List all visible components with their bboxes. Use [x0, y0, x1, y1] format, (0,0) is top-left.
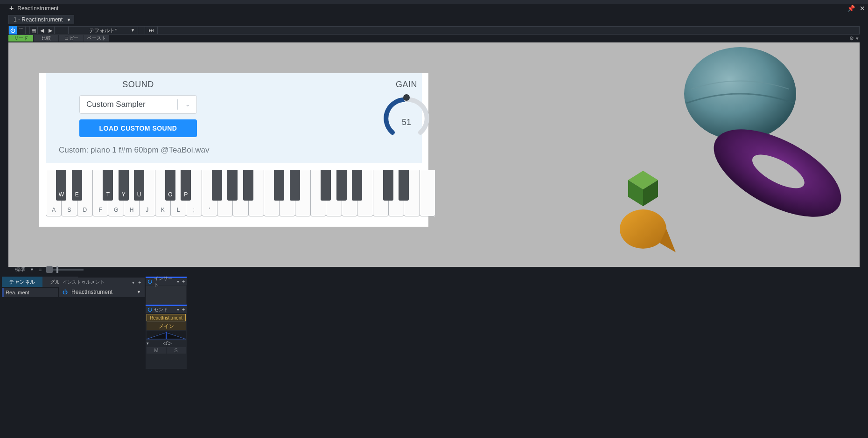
piano-white-key[interactable] — [420, 170, 435, 216]
piano-black-key[interactable]: W — [56, 170, 66, 201]
piano-black-key[interactable] — [212, 170, 222, 201]
pin-icon[interactable]: 📌 — [847, 5, 855, 12]
power-icon[interactable]: ⏻ — [63, 289, 68, 295]
piano-black-key[interactable]: Y — [119, 170, 129, 201]
power-icon[interactable]: ⏻ — [147, 307, 152, 312]
plugin-tab-title[interactable]: ReactInstrument — [17, 5, 58, 12]
automation-paste-tab[interactable]: ペースト — [84, 35, 109, 42]
chevron-down-icon[interactable]: ▾ — [132, 280, 134, 285]
instrument-section-header: インストゥルメント ▾ + — [59, 278, 145, 287]
key-label: S — [62, 207, 77, 213]
piano-black-key[interactable]: O — [165, 170, 175, 201]
key-label: D — [77, 207, 92, 213]
piano-black-key[interactable]: P — [181, 170, 191, 201]
key-label: W — [56, 191, 66, 198]
svg-point-6 — [620, 209, 666, 249]
add-icon[interactable]: + — [138, 280, 141, 285]
automation-copy-tab[interactable]: コピー — [59, 35, 84, 42]
instrument-slot-label: ReactInstrument — [71, 289, 112, 295]
piano-black-key[interactable] — [290, 170, 300, 201]
piano-black-key[interactable]: E — [72, 170, 82, 201]
track-selector-dropdown[interactable]: 1 - ReactInstrument ▼ — [8, 15, 74, 24]
key-label: K — [155, 207, 170, 213]
piano-black-key[interactable] — [352, 170, 362, 201]
piano-black-key[interactable] — [321, 170, 331, 201]
preset-name-label: デフォルト* — [89, 27, 117, 34]
key-label: T — [103, 191, 113, 198]
gain-knob-handle[interactable] — [403, 94, 410, 101]
sound-panel-title: SOUND — [59, 80, 217, 90]
add-icon[interactable]: + — [182, 279, 185, 284]
chevron-down-icon: ▼ — [66, 17, 71, 22]
chevron-down-icon[interactable]: ▾ — [177, 307, 179, 312]
piano-black-key[interactable]: U — [134, 170, 144, 201]
key-label: L — [171, 207, 186, 213]
key-label: U — [134, 191, 144, 198]
preset-file-icon[interactable]: ▤ — [29, 26, 38, 35]
piano-black-key[interactable] — [383, 170, 393, 201]
channel-list-item[interactable]: Rea..ment — [2, 288, 58, 297]
chevron-down-icon[interactable]: ▾ — [177, 279, 179, 284]
track-selector-label: 1 - ReactInstrument — [14, 16, 63, 23]
svg-point-0 — [684, 47, 796, 140]
chevron-down-icon: ⌄ — [185, 101, 190, 108]
insert-section-header: ⏻ インサート ▾+ — [146, 277, 187, 285]
channel-strip: ⏻ インサート ▾+ ⏻ センド ▾+ ReactInst..ment メイン … — [146, 277, 187, 369]
pan-center-label: ▾ <C> — [147, 341, 186, 346]
bottom-standard-bar: 標準 ▼ ≡ — [15, 266, 84, 273]
gear-icon[interactable]: ⚙ — [849, 35, 854, 42]
chevron-down-icon[interactable]: ▼ — [137, 290, 141, 294]
key-label: ; — [186, 207, 201, 213]
latency-icon[interactable]: ⌒ — [17, 26, 26, 35]
piano-black-key[interactable] — [399, 170, 409, 201]
key-label: J — [140, 207, 154, 213]
insert-slot-empty[interactable] — [146, 285, 186, 304]
svg-point-2 — [748, 148, 809, 195]
preset-next-icon[interactable]: ▶ — [46, 26, 55, 35]
close-icon[interactable]: ✕ — [860, 5, 865, 12]
zoom-slider[interactable] — [46, 269, 84, 271]
send-slot-reactinstrument[interactable]: ReactInst..ment — [147, 314, 186, 321]
svg-point-1 — [700, 111, 847, 235]
midi-skip-icon[interactable]: ⏭ — [145, 26, 158, 35]
svg-marker-4 — [628, 180, 643, 206]
power-icon[interactable]: ⏻ — [147, 279, 152, 284]
key-label: G — [108, 207, 123, 213]
piano-black-key[interactable]: T — [103, 170, 113, 201]
svg-marker-3 — [628, 171, 658, 189]
preset-prev-icon[interactable]: ◀ — [38, 26, 46, 35]
piano-keyboard[interactable]: ASDFGHJKL;'WETYUOP — [46, 170, 435, 216]
send-section-header: ⏻ センド ▾+ — [146, 305, 187, 313]
output-main-badge[interactable]: メイン — [147, 322, 186, 330]
add-icon[interactable]: + — [182, 307, 185, 312]
automation-read-tab[interactable]: リード — [8, 35, 34, 42]
automation-compare-tab[interactable]: 比較 — [34, 35, 59, 42]
power-icon[interactable]: ⏻ — [9, 26, 17, 35]
chevron-down-icon[interactable]: ▾ — [856, 35, 859, 42]
instrument-slot[interactable]: ⏻ ReactInstrument ▼ — [59, 287, 145, 297]
piano-black-key[interactable] — [243, 170, 253, 201]
sound-select-value: Custom Sampler — [86, 100, 146, 109]
piano-black-key[interactable] — [336, 170, 347, 201]
solo-button[interactable]: S — [167, 347, 186, 354]
sound-select-dropdown[interactable]: Custom Sampler ⌄ — [79, 95, 197, 114]
bottom-std-label: 標準 — [15, 266, 25, 273]
chevron-down-icon[interactable]: ▾ — [147, 341, 149, 346]
pan-control[interactable] — [147, 331, 186, 340]
key-label: H — [124, 207, 139, 213]
piano-black-key[interactable] — [227, 170, 238, 201]
menu-icon[interactable]: ≡ — [39, 267, 42, 272]
mixer-tab-channel[interactable]: チャンネル — [2, 277, 42, 287]
chevron-down-icon[interactable]: ▼ — [30, 267, 34, 272]
loaded-file-label: Custom: piano 1 f#m 60bpm @TeaBoi.wav — [59, 146, 217, 155]
add-plugin-button[interactable]: + — [9, 5, 14, 12]
preset-name-dropdown[interactable]: デフォルト* ▼ — [68, 26, 138, 35]
key-label: Y — [119, 191, 129, 198]
key-label: A — [46, 207, 61, 213]
mute-button[interactable]: M — [147, 347, 166, 354]
load-custom-sound-button[interactable]: LOAD CUSTOM SOUND — [79, 119, 197, 137]
key-label: F — [93, 207, 108, 213]
piano-black-key[interactable] — [274, 170, 284, 201]
gain-value-label: 51 — [383, 118, 430, 127]
gain-knob[interactable]: 51 — [383, 95, 430, 142]
